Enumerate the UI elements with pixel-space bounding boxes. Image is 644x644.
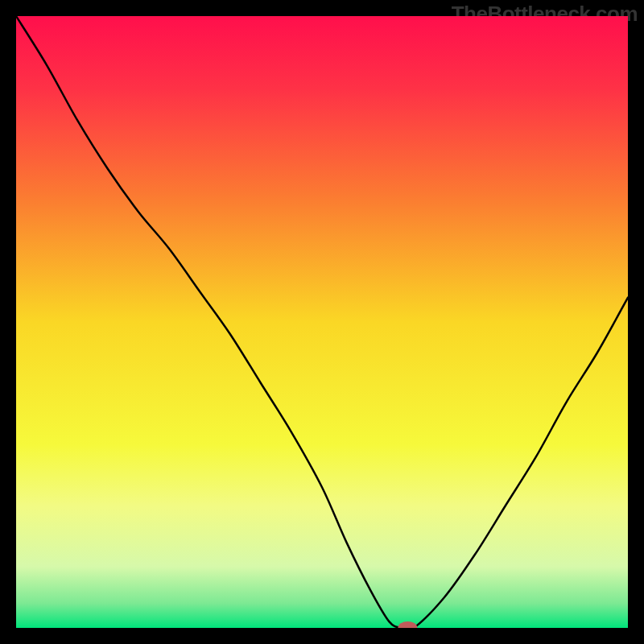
gradient-background — [16, 16, 628, 628]
chart-svg — [16, 16, 628, 628]
plot-area — [16, 16, 628, 628]
chart-frame: TheBottleneck.com — [0, 0, 644, 644]
